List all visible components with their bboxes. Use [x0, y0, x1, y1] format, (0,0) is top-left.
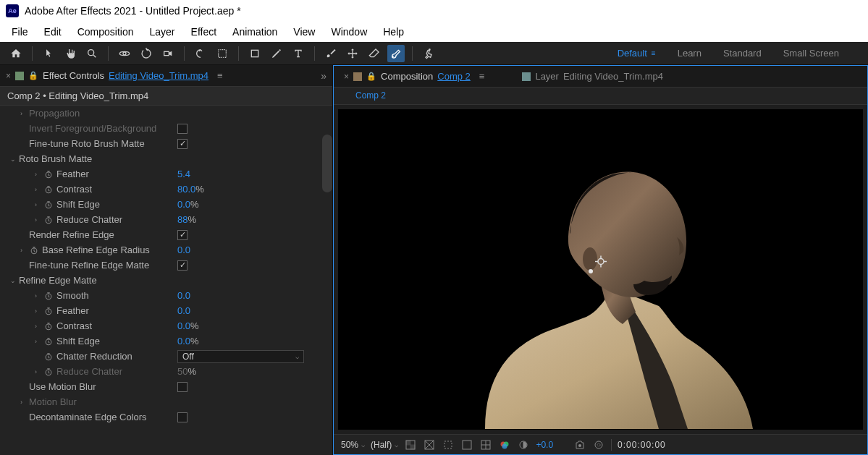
puppet-tool-icon[interactable] — [420, 45, 437, 62]
property-row[interactable]: Use Motion Blur — [0, 379, 332, 394]
property-value[interactable]: 0.0% — [177, 199, 199, 210]
anchor-tool-icon[interactable] — [192, 45, 209, 62]
stopwatch-icon[interactable] — [43, 367, 54, 377]
toggle-mask-icon[interactable] — [423, 438, 436, 451]
hand-tool-icon[interactable] — [62, 45, 79, 62]
property-row[interactable]: ⌄Refine Edge Matte — [0, 273, 332, 288]
reset-exposure-icon[interactable] — [517, 438, 530, 451]
property-value[interactable]: 0.0 — [177, 305, 190, 316]
menu-composition[interactable]: Composition — [70, 23, 141, 41]
comp-tab[interactable]: × 🔒 Composition Comp 2 ≡ — [340, 71, 489, 82]
disclosure-arrow-icon[interactable]: ⌄ — [10, 156, 19, 163]
property-row[interactable]: ›Contrast0.0% — [0, 318, 332, 333]
disclosure-arrow-icon[interactable]: › — [35, 201, 43, 208]
property-row[interactable]: Chatter ReductionOff⌵ — [0, 349, 332, 364]
menu-edit[interactable]: Edit — [37, 23, 69, 41]
stopwatch-icon[interactable] — [43, 352, 54, 362]
rect-tool-icon[interactable] — [214, 45, 231, 62]
disclosure-arrow-icon[interactable]: › — [35, 338, 43, 345]
disclosure-arrow-icon[interactable]: › — [20, 399, 29, 406]
property-row[interactable]: ›Base Refine Edge Radius0.0 — [0, 242, 332, 258]
disclosure-arrow-icon[interactable]: › — [35, 368, 43, 375]
comp-name-link[interactable]: Comp 2 — [437, 71, 471, 82]
zoom-tool-icon[interactable] — [83, 45, 101, 62]
property-row[interactable]: ›Shift Edge0.0% — [0, 197, 332, 212]
property-value[interactable]: 0.0 — [177, 290, 190, 301]
close-icon[interactable]: × — [344, 72, 349, 82]
stopwatch-icon[interactable] — [43, 184, 54, 195]
stopwatch-icon[interactable] — [43, 169, 54, 179]
menu-effect[interactable]: Effect — [184, 23, 224, 41]
show-snapshot-icon[interactable] — [592, 438, 605, 451]
disclosure-arrow-icon[interactable]: › — [35, 186, 43, 193]
exposure-value[interactable]: +0.0 — [536, 440, 553, 450]
disclosure-arrow-icon[interactable]: ⌄ — [10, 277, 19, 284]
panel-menu-icon[interactable]: ≡ — [217, 70, 223, 81]
eraser-tool-icon[interactable] — [366, 45, 383, 62]
property-row[interactable]: ›Smooth0.0 — [0, 288, 332, 303]
brush-tool-icon[interactable] — [322, 45, 340, 62]
checkbox[interactable] — [177, 260, 187, 271]
stopwatch-icon[interactable] — [29, 245, 39, 255]
checkbox[interactable] — [177, 230, 187, 240]
property-row[interactable]: ›Motion Blur — [0, 394, 332, 409]
stopwatch-icon[interactable] — [43, 336, 54, 346]
viewer-canvas[interactable] — [338, 109, 863, 430]
type-tool-icon[interactable] — [290, 45, 307, 62]
rotation-tool-icon[interactable] — [138, 45, 155, 62]
stopwatch-icon[interactable] — [43, 215, 54, 225]
timecode[interactable]: 0:00:00:00 — [618, 440, 666, 450]
dropdown[interactable]: Off⌵ — [177, 350, 304, 363]
workspace-standard[interactable]: Standard — [723, 48, 762, 59]
stopwatch-icon[interactable] — [43, 291, 54, 301]
comp-nav-tab[interactable]: Comp 2 — [348, 89, 393, 103]
roto-brush-tool-icon[interactable] — [387, 45, 405, 62]
close-icon[interactable]: × — [6, 71, 11, 81]
menu-help[interactable]: Help — [376, 23, 411, 41]
selection-tool-icon[interactable] — [40, 45, 57, 62]
home-icon[interactable] — [7, 45, 25, 62]
shape-tool-icon[interactable] — [246, 45, 264, 62]
property-row[interactable]: Invert Foreground/Background — [0, 121, 332, 136]
snapshot-icon[interactable] — [573, 438, 586, 451]
region-icon[interactable] — [442, 438, 455, 451]
workspace-small-screen[interactable]: Small Screen — [783, 48, 839, 59]
disclosure-arrow-icon[interactable]: › — [35, 216, 43, 224]
zoom-dropdown[interactable]: 50% ⌵ — [341, 440, 365, 450]
checkbox[interactable] — [177, 412, 187, 422]
property-row[interactable]: ›Reduce Chatter88% — [0, 212, 332, 227]
panel-file-link[interactable]: Editing Video_Trim.mp4 — [109, 70, 208, 81]
property-row[interactable]: ›Shift Edge0.0% — [0, 333, 332, 349]
lock-icon[interactable]: 🔒 — [28, 71, 38, 80]
checkbox[interactable] — [177, 139, 187, 149]
property-row[interactable]: Fine-tune Roto Brush Matte — [0, 136, 332, 151]
layer-tab[interactable]: Layer Editing Video_Trim.mp4 — [522, 71, 663, 82]
disclosure-arrow-icon[interactable]: › — [35, 323, 43, 330]
property-value[interactable]: 0.0% — [177, 320, 199, 331]
checkbox[interactable] — [177, 382, 187, 392]
menu-window[interactable]: Window — [324, 23, 374, 41]
property-value[interactable]: 5.4 — [177, 169, 190, 179]
property-row[interactable]: Render Refine Edge — [0, 227, 332, 242]
disclosure-arrow-icon[interactable]: › — [35, 171, 43, 178]
property-value[interactable]: 0.0 — [177, 244, 190, 255]
scrollbar-thumb[interactable] — [322, 135, 332, 192]
color-mgmt-icon[interactable] — [498, 438, 511, 451]
workspace-learn[interactable]: Learn — [678, 48, 701, 59]
composition-viewer[interactable] — [338, 109, 863, 430]
clone-tool-icon[interactable] — [344, 45, 361, 62]
workspace-default[interactable]: Default ≡ — [618, 48, 656, 59]
property-row[interactable]: Decontaminate Edge Colors — [0, 409, 332, 425]
lock-icon[interactable]: 🔒 — [366, 72, 376, 81]
property-row[interactable]: ⌄Roto Brush Matte — [0, 151, 332, 166]
stopwatch-icon[interactable] — [43, 200, 54, 210]
property-row[interactable]: ›Propagation — [0, 106, 332, 121]
property-value[interactable]: 88% — [177, 214, 196, 225]
anchor-point-icon[interactable] — [594, 254, 608, 272]
property-row[interactable]: ›Feather5.4 — [0, 166, 332, 182]
orbit-tool-icon[interactable] — [116, 45, 133, 62]
property-row[interactable]: ›Reduce Chatter50% — [0, 364, 332, 379]
resolution-dropdown[interactable]: (Half) ⌵ — [371, 440, 398, 450]
property-row[interactable]: Fine-tune Refine Edge Matte — [0, 258, 332, 273]
menu-layer[interactable]: Layer — [143, 23, 182, 41]
